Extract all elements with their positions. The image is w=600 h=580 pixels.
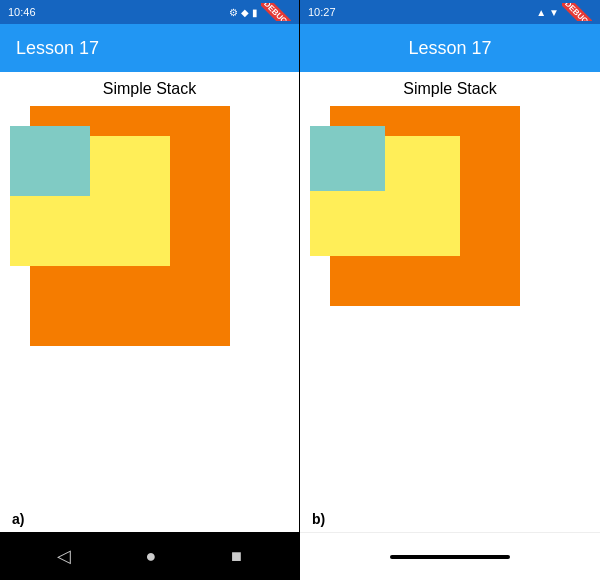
- panel-b: 10:27 ▲ ▼ DEBUG Lesson 17 Simple Stack b…: [300, 0, 600, 580]
- nav-bar-a: ◁ ● ■: [0, 532, 299, 580]
- battery-icon-a: ▮: [252, 7, 258, 18]
- debug-badge-b: DEBUG: [562, 3, 592, 21]
- home-button-a[interactable]: ●: [146, 546, 157, 567]
- status-icons-b: ▲ ▼ DEBUG: [536, 3, 592, 21]
- teal-block-a: [10, 126, 90, 196]
- app-title-a: Lesson 17: [16, 38, 99, 59]
- stack-b: [310, 106, 530, 346]
- panel-label-b: b): [304, 510, 333, 528]
- status-bar-a: 10:46 ⚙ ◆ ▮ DEBUG: [0, 0, 299, 24]
- alarm-icon-a: ◆: [241, 7, 249, 18]
- section-title-a: Simple Stack: [0, 72, 299, 102]
- stack-a: [10, 106, 240, 356]
- app-bar-a: Lesson 17: [0, 24, 299, 72]
- content-b: Simple Stack: [300, 72, 600, 532]
- nav-bar-b: [300, 532, 600, 580]
- status-icons-a: ⚙ ◆ ▮ DEBUG: [229, 3, 291, 21]
- time-a: 10:46: [8, 6, 36, 18]
- teal-block-b: [310, 126, 385, 191]
- back-button-a[interactable]: ◁: [57, 545, 71, 567]
- time-b: 10:27: [308, 6, 336, 18]
- status-bar-b: 10:27 ▲ ▼ DEBUG: [300, 0, 600, 24]
- content-a: Simple Stack: [0, 72, 299, 532]
- wifi-icon-b: ▲: [536, 7, 546, 18]
- panel-label-a: a): [4, 510, 32, 528]
- home-indicator-b: [390, 555, 510, 559]
- debug-badge-a: DEBUG: [261, 3, 291, 21]
- settings-icon-a: ⚙: [229, 7, 238, 18]
- section-title-b: Simple Stack: [300, 72, 600, 102]
- panel-a: 10:46 ⚙ ◆ ▮ DEBUG Lesson 17 Simple Stack…: [0, 0, 300, 580]
- recent-button-a[interactable]: ■: [231, 546, 242, 567]
- app-bar-b: Lesson 17: [300, 24, 600, 72]
- signal-icon-b: ▼: [549, 7, 559, 18]
- app-title-b: Lesson 17: [316, 38, 584, 59]
